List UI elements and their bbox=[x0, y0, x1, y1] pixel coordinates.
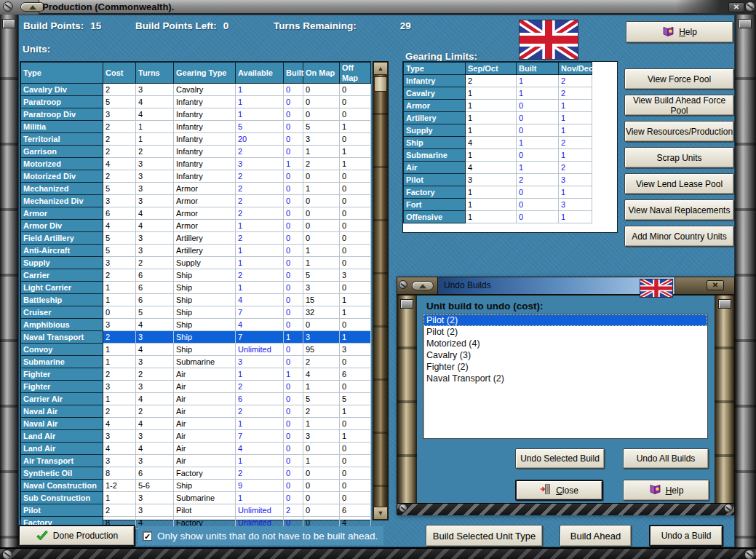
undo-list-item[interactable]: Cavalry (3) bbox=[423, 349, 707, 361]
gearing-table-row[interactable]: Supply101 bbox=[404, 124, 592, 137]
units-table-row[interactable]: Naval Air44Air1010 bbox=[21, 418, 371, 430]
only-show-checkbox[interactable]: ✓ bbox=[143, 531, 152, 541]
units-column-header[interactable]: Off Map bbox=[340, 63, 371, 84]
units-table-row[interactable]: Land Air44Air4000 bbox=[21, 443, 371, 455]
side-button-view-resources-production[interactable]: View Resources/Production bbox=[624, 121, 734, 142]
side-button-add-minor-country-units[interactable]: Add Minor Country Units bbox=[624, 226, 734, 247]
units-table-row[interactable]: Naval Air22Air2021 bbox=[21, 405, 371, 418]
units-table-row[interactable]: Armor64Armor2000 bbox=[21, 207, 371, 220]
units-table-row[interactable]: Cruiser05Ship70321 bbox=[21, 306, 371, 319]
units-table-row[interactable]: Convoy14ShipUnlimited0953 bbox=[21, 344, 371, 356]
units-table-row[interactable]: Synthetic Oil86Factory2000 bbox=[21, 467, 371, 480]
scroll-thumb[interactable] bbox=[374, 76, 387, 92]
units-table-row[interactable]: Light Carrier16Ship1030 bbox=[21, 282, 371, 294]
undo-selected-build-button[interactable]: Undo Selected Build bbox=[515, 448, 605, 469]
undo-collapse-button[interactable] bbox=[412, 281, 434, 290]
unit-value-cell: Armor bbox=[174, 207, 236, 220]
units-table-row[interactable]: Fighter22Air1146 bbox=[21, 368, 371, 381]
units-table-row[interactable]: Paratroop Div34Infantry1000 bbox=[21, 108, 371, 121]
undo-list-item[interactable]: Pilot (2) bbox=[423, 314, 707, 326]
unit-value-cell: Armor bbox=[174, 183, 236, 195]
unit-value-cell: 0 bbox=[284, 480, 303, 492]
side-button-view-build-ahead-force-pool[interactable]: View Build Ahead Force Pool bbox=[624, 95, 734, 116]
unit-value-cell: 3 bbox=[340, 269, 371, 282]
units-table-row[interactable]: Field Artillery53Artillery2000 bbox=[21, 232, 371, 245]
units-table-row[interactable]: Mechanized53Armor2010 bbox=[21, 183, 371, 195]
units-column-header[interactable]: Cost bbox=[103, 63, 136, 84]
units-column-header[interactable]: Turns bbox=[136, 63, 174, 84]
units-table-row[interactable]: Militia21Infantry5051 bbox=[21, 121, 371, 133]
scroll-up-button[interactable]: ▲ bbox=[373, 62, 388, 75]
units-table-row[interactable]: Anti-Aircraft53Artillery1010 bbox=[21, 245, 371, 257]
units-table-row[interactable]: Mechanized Div33Armor2000 bbox=[21, 195, 371, 207]
close-button[interactable]: ✕ bbox=[728, 2, 744, 12]
units-table-row[interactable]: Pilot23PilotUnlimited206 bbox=[21, 504, 371, 517]
gearing-table-row[interactable]: Air412 bbox=[404, 162, 592, 174]
build-ahead-button[interactable]: Build Ahead bbox=[560, 525, 632, 547]
gearing-table-row[interactable]: Offensive101 bbox=[404, 211, 592, 223]
side-button-view-force-pool[interactable]: View Force Pool bbox=[624, 68, 734, 90]
units-column-header[interactable]: Available bbox=[236, 63, 284, 84]
units-table-row[interactable]: Fighter33Air2010 bbox=[21, 381, 371, 393]
help-button[interactable]: Help bbox=[626, 21, 733, 43]
undo-help-button[interactable]: Help bbox=[623, 480, 709, 501]
units-table-row[interactable]: Battleship16Ship40151 bbox=[21, 294, 371, 306]
gearing-table-row[interactable]: Ship412 bbox=[404, 137, 592, 149]
units-table-row[interactable]: Carrier Air14Air6055 bbox=[21, 393, 371, 405]
unit-value-cell: 4 bbox=[236, 443, 284, 455]
undo-close-button[interactable]: ✕ bbox=[707, 280, 724, 290]
gearing-table-row[interactable]: Submarine101 bbox=[404, 149, 592, 162]
units-table-row[interactable]: Amphibious34Ship4000 bbox=[21, 319, 371, 331]
units-table-row[interactable]: Naval Transport23Ship7131 bbox=[21, 331, 371, 344]
screw-decoration bbox=[744, 550, 755, 559]
undo-list-item[interactable]: Motorized (4) bbox=[423, 338, 707, 349]
gearing-table-row[interactable]: Armor101 bbox=[404, 100, 592, 112]
undo-list-item[interactable]: Fighter (2) bbox=[423, 361, 707, 373]
turns-remaining-stat: Turns Remaining: 29 bbox=[274, 20, 411, 31]
units-scrollbar[interactable]: ▲ ▼ bbox=[373, 61, 389, 520]
collapse-button[interactable] bbox=[20, 2, 45, 12]
close-window-button[interactable]: Close bbox=[515, 480, 603, 501]
units-table-row[interactable]: Territorial21Infantry20030 bbox=[21, 133, 371, 146]
build-selected-unit-type-button[interactable]: Build Selected Unit Type bbox=[426, 525, 543, 547]
units-table-row[interactable]: Armor Div44Armor1000 bbox=[21, 220, 371, 232]
side-button-view-lend-lease-pool[interactable]: View Lend Lease Pool bbox=[624, 173, 734, 194]
units-table-row[interactable]: Motorized Div23Infantry2000 bbox=[21, 170, 371, 183]
unit-value-cell: 2 bbox=[303, 405, 340, 418]
unit-value-cell: 5 bbox=[103, 183, 136, 195]
gearing-value-cell: 2 bbox=[559, 87, 592, 100]
units-table-row[interactable]: Paratroop54Infantry1000 bbox=[21, 96, 371, 108]
units-table-row[interactable]: Motorized43Infantry3121 bbox=[21, 158, 371, 170]
units-table-row[interactable]: Sub Construction13Submarine1000 bbox=[21, 492, 371, 504]
side-button-view-naval-replacements[interactable]: View Naval Replacements bbox=[624, 199, 734, 221]
undo-a-build-button[interactable]: Undo a Build bbox=[649, 525, 723, 547]
units-table-row[interactable]: Land Air33Air7031 bbox=[21, 430, 371, 443]
gearing-table-row[interactable]: Pilot323 bbox=[404, 174, 592, 186]
gearing-value-cell: 2 bbox=[559, 75, 592, 87]
units-table-row[interactable]: Supply32Supply1010 bbox=[21, 257, 371, 269]
done-production-button[interactable]: Done Production bbox=[18, 525, 135, 547]
units-table-row[interactable]: Cavalry Div23Cavalry1000 bbox=[21, 84, 371, 96]
units-column-header[interactable]: Gearing Type bbox=[174, 63, 236, 84]
units-table-row[interactable]: Garrison22Infantry2011 bbox=[21, 146, 371, 158]
units-column-header[interactable]: Built bbox=[284, 63, 303, 84]
gearing-table-row[interactable]: Infantry212 bbox=[404, 75, 592, 87]
gearing-table-row[interactable]: Fort103 bbox=[404, 199, 592, 211]
scroll-down-button[interactable]: ▼ bbox=[373, 507, 388, 520]
undo-list-item[interactable]: Naval Transport (2) bbox=[423, 373, 707, 384]
units-table-row[interactable]: Carrier26Ship2053 bbox=[21, 269, 371, 282]
gearing-table-row[interactable]: Artillery101 bbox=[404, 112, 592, 124]
units-column-header[interactable]: Type bbox=[21, 63, 103, 84]
gearing-table-row[interactable]: Factory101 bbox=[404, 186, 592, 199]
side-button-scrap-units[interactable]: Scrap Units bbox=[624, 147, 734, 168]
units-table-row[interactable]: Air Transport33Air1010 bbox=[21, 455, 371, 467]
undo-all-builds-button[interactable]: Undo All Builds bbox=[623, 448, 709, 469]
undo-list-item[interactable]: Pilot (2) bbox=[423, 326, 707, 338]
units-table-row[interactable]: Naval Construction1-25-6Ship9000 bbox=[21, 480, 371, 492]
gearing-table-row[interactable]: Cavalry112 bbox=[404, 87, 592, 100]
units-table-row[interactable]: Submarine13Submarine3020 bbox=[21, 356, 371, 368]
units-column-header[interactable]: On Map bbox=[303, 63, 340, 84]
unit-value-cell: 1 bbox=[136, 121, 174, 133]
undo-build-list[interactable]: Pilot (2)Pilot (2)Motorized (4)Cavalry (… bbox=[423, 314, 708, 439]
unit-value-cell: 0 bbox=[303, 207, 340, 220]
